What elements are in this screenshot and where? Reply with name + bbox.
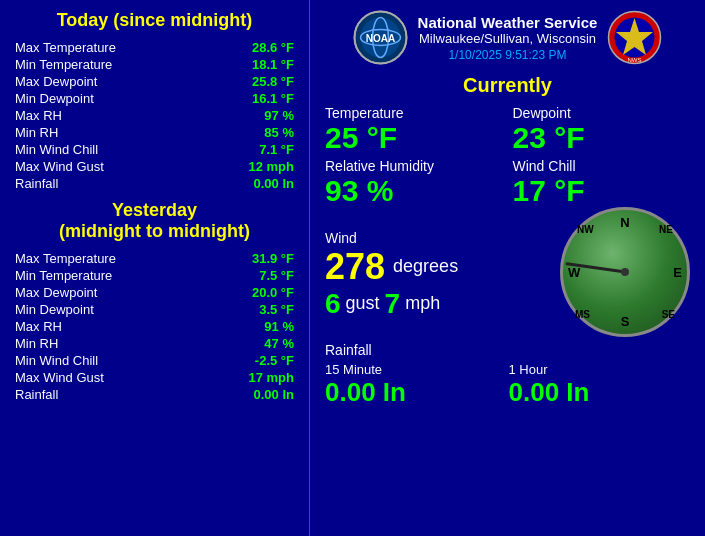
row-label: Min Dewpoint [15,302,94,317]
wind-mph-label: mph [405,293,440,314]
humidity-value: 93 % [325,174,393,207]
dewpoint-value: 23 °F [513,121,585,154]
table-row: Max Wind Gust 12 mph [10,158,299,175]
table-row: Max Dewpoint 25.8 °F [10,73,299,90]
compass-dial: N S E W NW NE MS SE [560,207,690,337]
right-panel: NOAA National Weather Service Milwaukee/… [310,0,705,536]
compass-northeast: NE [659,224,673,235]
row-value: 16.1 °F [224,91,294,106]
wind-chill-label: Wind Chill [513,158,576,174]
compass-southeast: SE [662,309,675,320]
row-label: Min Temperature [15,268,112,283]
row-label: Min Dewpoint [15,91,94,106]
row-value: 20.0 °F [224,285,294,300]
rainfall-15min: 15 Minute 0.00 In [325,362,507,408]
noaa-logo: NOAA [353,10,408,65]
row-value: 25.8 °F [224,74,294,89]
rainfall-grid: 15 Minute 0.00 In 1 Hour 0.00 In [325,362,690,408]
row-label: Max Dewpoint [15,285,97,300]
compass-southwest: MS [575,309,590,320]
yesterday-title: Yesterday (midnight to midnight) [10,200,299,242]
wind-chill-value: 17 °F [513,174,585,207]
row-value: 0.00 In [224,387,294,402]
table-row: Rainfall 0.00 In [10,386,299,403]
humidity-item: Relative Humidity 93 % [325,158,503,207]
row-label: Min Wind Chill [15,142,98,157]
rainfall-1hr-label: 1 Hour [509,362,691,377]
table-row: Max RH 97 % [10,107,299,124]
dewpoint-item: Dewpoint 23 °F [513,105,691,154]
row-value: 12 mph [224,159,294,174]
row-value: 18.1 °F [224,57,294,72]
rainfall-15min-label: 15 Minute [325,362,507,377]
table-row: Max RH 91 % [10,318,299,335]
row-value: 7.5 °F [224,268,294,283]
header: NOAA National Weather Service Milwaukee/… [315,5,700,70]
table-row: Max Wind Gust 17 mph [10,369,299,386]
row-label: Min RH [15,336,58,351]
today-title: Today (since midnight) [10,10,299,31]
table-row: Min RH 47 % [10,335,299,352]
temperature-label: Temperature [325,105,404,121]
compass-northwest: NW [577,224,594,235]
table-row: Min Wind Chill 7.1 °F [10,141,299,158]
row-label: Max Dewpoint [15,74,97,89]
row-value: 3.5 °F [224,302,294,317]
row-label: Max RH [15,108,62,123]
row-label: Max Wind Gust [15,159,104,174]
row-value: 47 % [224,336,294,351]
row-value: 97 % [224,108,294,123]
left-panel: Today (since midnight) Max Temperature 2… [0,0,310,536]
today-data-rows: Max Temperature 28.6 °F Min Temperature … [10,39,299,192]
datetime: 1/10/2025 9:51:23 PM [418,48,598,62]
row-label: Min Wind Chill [15,353,98,368]
compass-north: N [620,215,629,230]
wind-chill-item: Wind Chill 17 °F [513,158,691,207]
yesterday-data-rows: Max Temperature 31.9 °F Min Temperature … [10,250,299,403]
row-label: Rainfall [15,387,58,402]
location-name: Milwaukee/Sullivan, Wisconsin [418,31,598,46]
wind-gust-value: 7 [385,288,401,320]
rainfall-1hr: 1 Hour 0.00 In [509,362,691,408]
rainfall-1hr-value: 0.00 In [509,377,691,408]
table-row: Min Temperature 7.5 °F [10,267,299,284]
wind-speed-value: 6 [325,288,341,320]
table-row: Rainfall 0.00 In [10,175,299,192]
nws-logo: NWS [607,10,662,65]
compass-south: S [621,314,630,329]
row-label: Max Wind Gust [15,370,104,385]
compass-center [621,268,629,276]
temperature-value: 25 °F [325,121,397,154]
wind-speed-row: 6 gust 7 mph [325,288,560,320]
table-row: Max Dewpoint 20.0 °F [10,284,299,301]
row-label: Min Temperature [15,57,112,72]
table-row: Max Temperature 28.6 °F [10,39,299,56]
wind-gust-label: gust [346,293,380,314]
rainfall-15min-value: 0.00 In [325,377,507,408]
row-value: 85 % [224,125,294,140]
temperature-item: Temperature 25 °F [325,105,503,154]
compass-east: E [673,265,682,280]
wind-degrees-row: 278 degrees [325,246,560,288]
row-value: 17 mph [224,370,294,385]
wind-section-label: Wind [325,230,560,246]
compass: N S E W NW NE MS SE [560,207,690,337]
table-row: Max Temperature 31.9 °F [10,250,299,267]
header-text: National Weather Service Milwaukee/Sulli… [418,14,598,62]
row-value: 0.00 In [224,176,294,191]
table-row: Min Dewpoint 3.5 °F [10,301,299,318]
svg-text:NWS: NWS [628,57,642,63]
table-row: Min Dewpoint 16.1 °F [10,90,299,107]
wind-compass-row: Wind 278 degrees 6 gust 7 mph N S E [315,207,700,337]
table-row: Min Temperature 18.1 °F [10,56,299,73]
row-label: Max Temperature [15,251,116,266]
agency-name: National Weather Service [418,14,598,31]
dewpoint-label: Dewpoint [513,105,571,121]
row-value: -2.5 °F [224,353,294,368]
wind-info: Wind 278 degrees 6 gust 7 mph [325,225,560,320]
table-row: Min Wind Chill -2.5 °F [10,352,299,369]
row-label: Min RH [15,125,58,140]
currently-title: Currently [315,74,700,97]
rainfall-label: Rainfall [325,342,690,358]
row-value: 91 % [224,319,294,334]
